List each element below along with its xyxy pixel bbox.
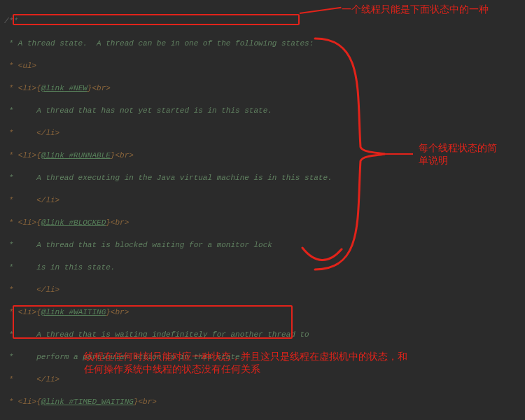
doc-line: }<br> (111, 151, 134, 160)
doc-line: * A thread that has not yet started is i… (4, 106, 272, 115)
comment-open: /** (4, 17, 18, 25)
doc-line: }<br> (106, 218, 129, 227)
link-target: #NEW (64, 84, 88, 92)
doc-line: }<br> (88, 84, 111, 92)
doc-line: * <li>{ (4, 151, 41, 160)
javadoc-link: @link (41, 398, 64, 406)
doc-line: * A thread that is blocked waiting for a… (4, 241, 272, 249)
code-editor-view: /** * A thread state. A thread can be in… (0, 0, 525, 420)
doc-line: * <ul> (4, 62, 36, 70)
link-target: #RUNNABLE (64, 151, 111, 160)
link-target: #WAITING (64, 308, 106, 316)
doc-line: * <li>{ (4, 218, 41, 227)
doc-line: * </li> (4, 129, 59, 137)
doc-line-header: * A thread state. A thread can be in one… (4, 39, 314, 48)
doc-line: * A thread that is waiting indefinitely … (4, 330, 309, 339)
javadoc-link: @link (41, 84, 64, 92)
doc-line: * </li> (4, 286, 59, 294)
doc-line: * perform a particular action is in this… (4, 353, 244, 361)
javadoc-link: @link (41, 218, 64, 227)
doc-line: * <li>{ (4, 84, 41, 92)
javadoc-link: @link (41, 308, 64, 316)
doc-line: * is in this state. (4, 263, 115, 272)
doc-line: }<br> (106, 308, 129, 316)
doc-line: * </li> (4, 196, 59, 204)
link-target: #BLOCKED (64, 218, 106, 227)
javadoc-link: @link (41, 151, 64, 160)
doc-line: * </li> (4, 375, 59, 384)
doc-line: }<br> (134, 398, 157, 406)
link-target: #TIMED_WAITING (64, 398, 134, 406)
doc-line: * <li>{ (4, 398, 41, 406)
doc-line: * A thread executing in the Java virtual… (4, 174, 332, 182)
doc-line: * <li>{ (4, 308, 41, 316)
